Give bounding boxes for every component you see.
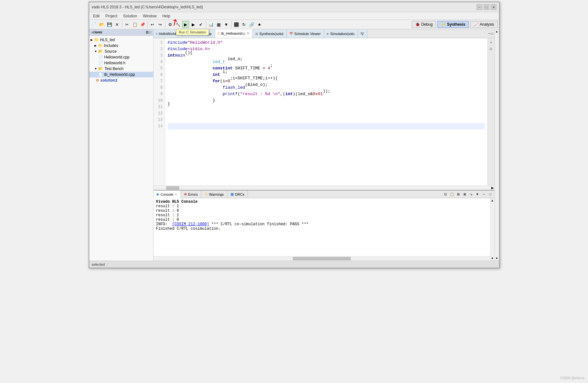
run-c-sim-button[interactable]: ▶ xyxy=(182,21,189,28)
console-btn-1[interactable]: ⊡ xyxy=(443,192,448,197)
console-btn-4[interactable]: ⊠ xyxy=(462,192,468,197)
console-main: Vivado HLS Console result : 1 result : 0… xyxy=(154,198,495,261)
watermark: CSDN @cherry xyxy=(560,376,585,380)
h-tab-icon: h xyxy=(156,32,158,35)
close-editor-button[interactable]: ✕ xyxy=(114,21,121,28)
console-vscroll-down[interactable]: ▼ xyxy=(490,256,495,261)
line-num-10: 10 xyxy=(154,97,165,104)
tab-maximize-icon[interactable]: □ xyxy=(491,32,493,35)
console-content[interactable]: Vivado HLS Console result : 1 result : 0… xyxy=(154,198,490,256)
sidebar-item-helloworld-cpp[interactable]: 📄 Helloworld.cpp xyxy=(89,54,153,60)
synthesis-mode-button[interactable]: ⚡ Synthesis xyxy=(437,21,469,28)
line-num-5: 5 xyxy=(154,65,165,72)
new-file-button[interactable]: 📄 xyxy=(91,21,98,28)
console-tab-errors[interactable]: ⊗ Errors xyxy=(181,191,201,198)
console-btn-5[interactable]: ↘ xyxy=(468,192,474,197)
console-hscroll-handle[interactable] xyxy=(293,257,351,260)
sidebar-item-label: Includes xyxy=(104,43,118,48)
tab-close-icon[interactable]: ✕ xyxy=(247,31,249,35)
editor-vscroll[interactable]: ▲ ▼ xyxy=(495,29,499,261)
paste-button[interactable]: 📌 xyxy=(139,21,146,28)
code-editor[interactable]: 1 2 3 4 5 6 7 8 9 10 11 12 13 14 xyxy=(154,38,487,185)
table-button[interactable]: ▦ xyxy=(215,21,222,28)
export-button[interactable]: ⬛ xyxy=(233,21,240,28)
undo-button[interactable]: ↩ xyxy=(149,21,156,28)
tab-extra[interactable]: ²2 xyxy=(358,29,367,38)
close-button[interactable]: ✕ xyxy=(491,4,496,10)
open-button[interactable]: 📂 xyxy=(98,21,105,28)
tab-schedule[interactable]: 📅 Schedule Viewer xyxy=(287,29,324,38)
console-vscroll[interactable]: ▲ ▼ xyxy=(490,198,495,261)
code-line-12 xyxy=(168,110,485,117)
build-button[interactable]: 🔨 xyxy=(174,21,181,28)
cosim-link[interactable]: [COSIM 212-1000] xyxy=(172,222,209,227)
code-content[interactable]: #include "HelloWorld.h" #include <stdio.… xyxy=(165,38,487,185)
save-button[interactable]: 💾 xyxy=(106,21,113,28)
sidebar-item-helloworld-h[interactable]: 📄 Helloworld.h xyxy=(89,60,153,66)
console-tab-console[interactable]: ▶ Console ✕ xyxy=(154,191,181,198)
status-text: selected xyxy=(92,263,105,266)
line-num-2: 2 xyxy=(154,46,165,52)
editor-hscroll-handle[interactable] xyxy=(166,186,179,190)
cut-button[interactable]: ✂ xyxy=(124,21,131,28)
sidebar-item-hls-led[interactable]: ▶ 📁 HLS_led xyxy=(89,37,153,43)
menu-help[interactable]: Help xyxy=(160,13,173,19)
down-arrow-button[interactable]: ▼ xyxy=(223,21,230,28)
console-line-4: result : 0 xyxy=(156,218,487,222)
link-button[interactable]: 🔗 xyxy=(248,21,255,28)
h-file-icon: 📄 xyxy=(98,61,103,65)
tab-simulation[interactable]: ▶ Simulation(solu xyxy=(324,29,358,38)
editor-hscroll-right[interactable]: ▶ xyxy=(491,186,495,190)
debug-icon: 🐞 xyxy=(415,22,420,27)
sidebar-item-includes[interactable]: ▶ 📁 Includes xyxy=(89,43,153,49)
menu-window[interactable]: Window xyxy=(140,13,159,19)
redo-button[interactable]: ↪ xyxy=(157,21,164,28)
editor-hscrollbar[interactable]: ▶ xyxy=(154,185,495,190)
run-button2[interactable]: ▶ xyxy=(190,21,197,28)
run-c-simulation-tooltip: Run C Simulation xyxy=(176,29,209,35)
tab-synthesis[interactable]: ▦ Synthesis(solut xyxy=(253,29,287,38)
menu-project[interactable]: Project xyxy=(103,13,120,19)
panel-icon-2[interactable]: ⊡ xyxy=(488,46,494,52)
copy-button[interactable]: 📋 xyxy=(131,21,138,28)
tab-bar-controls[interactable]: ─ □ xyxy=(488,32,494,35)
chart-button[interactable]: 📊 xyxy=(207,21,215,28)
refresh-button[interactable]: ↻ xyxy=(241,21,248,28)
console-btn-maximize[interactable]: □ xyxy=(487,192,493,197)
console-btn-3[interactable]: ⊞ xyxy=(455,192,461,197)
window-controls[interactable]: ─ □ ✕ xyxy=(477,4,496,10)
console-line-1: result : 1 xyxy=(156,204,487,209)
console-btn-6[interactable]: ▼ xyxy=(475,192,480,197)
sidebar-item-source[interactable]: ▼ 📂 Source xyxy=(89,49,153,54)
console-btn-2[interactable]: 📋 xyxy=(449,192,455,197)
sidebar-item-testbench[interactable]: ▼ 📂 Test Bench xyxy=(89,66,153,72)
minimize-button[interactable]: ─ xyxy=(477,4,482,10)
maximize-button[interactable]: □ xyxy=(484,4,489,10)
expand-icon: ▶ xyxy=(94,44,97,47)
sidebar-tree: ▶ 📁 HLS_led ▶ 📁 Includes ▼ 📂 Source xyxy=(89,36,153,261)
console-hscroll[interactable] xyxy=(154,256,490,261)
sidebar-item-tb-helloworld[interactable]: 📄 tb_Helloworld.cpp xyxy=(89,72,153,77)
tab-minimize-icon[interactable]: ─ xyxy=(488,32,490,35)
star-button[interactable]: ★ xyxy=(256,21,263,28)
sidebar-item-solution1[interactable]: ⚙ solution1 xyxy=(89,77,153,83)
panel-icon-1[interactable]: ≡ xyxy=(488,40,494,45)
sidebar-controls[interactable]: ⊡ □ xyxy=(146,31,151,34)
console-btn-minimize[interactable]: ─ xyxy=(481,192,487,197)
synthesis-icon: ⚡ xyxy=(441,22,446,27)
menu-solution[interactable]: Solution xyxy=(121,13,140,19)
tab-tb-helloworld-c[interactable]: C tb_Helloworld.c ✕ xyxy=(215,29,253,38)
console-tab-warnings[interactable]: ⚠ Warnings xyxy=(201,191,227,198)
debug-mode-button[interactable]: 🐞 Debug xyxy=(412,21,436,28)
editor-vscroll-down-arrow[interactable]: ▼ xyxy=(495,256,499,261)
line-num-6: 6 xyxy=(154,72,165,78)
menu-edit[interactable]: Edit xyxy=(91,13,102,19)
analysis-mode-button[interactable]: 📈 Analysis xyxy=(470,21,498,28)
settings-button[interactable]: ⚙ xyxy=(167,21,174,28)
editor-vscroll-up-arrow[interactable]: ▲ xyxy=(495,29,499,34)
console-line-2: result : 0 xyxy=(156,209,487,213)
check-button[interactable]: ✔ xyxy=(197,21,205,28)
sidebar-item-label: Helloworld.cpp xyxy=(104,55,130,59)
console-tab-drcs[interactable]: ▦ DRCs xyxy=(227,191,248,198)
console-vscroll-up[interactable]: ▲ xyxy=(490,198,495,203)
